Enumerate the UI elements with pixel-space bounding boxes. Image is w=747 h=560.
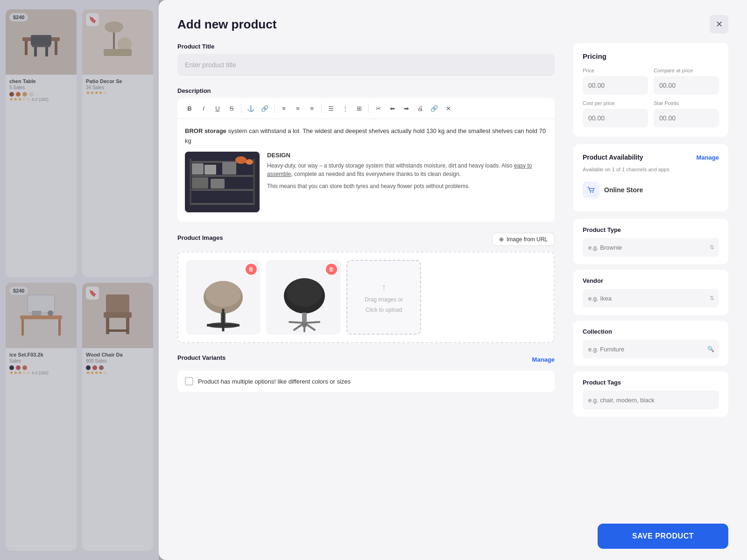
pricing-title: Pricing	[583, 52, 719, 60]
svg-rect-26	[190, 189, 255, 191]
availability-header: Product Availability Manage	[583, 154, 719, 161]
toolbar-align-center[interactable]: ≡	[291, 102, 304, 115]
close-button[interactable]: ✕	[710, 15, 728, 34]
toolbar-strikethrough[interactable]: S	[225, 102, 238, 115]
svg-rect-47	[302, 313, 307, 323]
product-title-section: Product Title	[177, 43, 555, 76]
product-tags-title: Product Tags	[583, 379, 719, 386]
svg-point-56	[592, 192, 593, 193]
image-slot-1: 🗑	[186, 260, 261, 335]
toolbar-cut[interactable]: ✂	[372, 102, 385, 115]
compare-price-label: Compare at price	[654, 68, 719, 73]
modal-header: Add new product ✕	[159, 0, 747, 43]
toolbar-divider-3	[321, 104, 322, 113]
design-text-section: DESIGN Heavy-duty, our way – a sturdy st…	[267, 152, 547, 212]
variants-checkbox[interactable]	[185, 377, 193, 385]
modal-body: Product Title Description B I U S ⚓ 🔗	[159, 43, 747, 516]
images-grid: 🗑	[177, 252, 555, 343]
svg-line-51	[289, 322, 304, 323]
design-link[interactable]: easy to assemble	[267, 162, 532, 177]
design-title: DESIGN	[267, 152, 547, 159]
collection-input[interactable]	[583, 340, 719, 358]
variants-header: Product Variants Manage	[177, 354, 555, 365]
svg-rect-27	[190, 203, 255, 205]
modal-footer: SAVE PRODUCT	[159, 516, 747, 560]
image-slot-2: 🗑	[266, 260, 341, 335]
modal-title: Add new product	[177, 17, 276, 32]
description-label: Description	[177, 87, 555, 94]
price-field-wrapper: Price	[583, 68, 648, 95]
cost-price-input[interactable]	[583, 109, 648, 127]
price-input[interactable]	[583, 76, 648, 95]
availability-card: Product Availability Manage Available on…	[573, 144, 728, 211]
variants-checkbox-label: Product has multiple options! like diffe…	[198, 378, 351, 385]
description-section: Description B I U S ⚓ 🔗 ≡ ≡ ≡	[177, 87, 555, 222]
variants-manage-link[interactable]: Manage	[532, 356, 555, 363]
delete-image-2-button[interactable]: 🗑	[325, 263, 338, 276]
svg-point-34	[246, 159, 253, 165]
toolbar-align-right[interactable]: ≡	[305, 102, 318, 115]
toolbar-divider-4	[368, 104, 369, 113]
toolbar-italic[interactable]: I	[197, 102, 210, 115]
availability-manage-link[interactable]: Manage	[697, 154, 719, 161]
editor-bold-text: BROR storage	[185, 127, 226, 134]
product-tags-input[interactable]	[583, 391, 719, 409]
toolbar-bold[interactable]: B	[183, 102, 196, 115]
channel-icon	[583, 182, 599, 198]
plus-icon: ⊕	[499, 236, 504, 243]
svg-rect-30	[192, 163, 204, 175]
editor-image-section: DESIGN Heavy-duty, our way – a sturdy st…	[185, 152, 547, 212]
price-label: Price	[583, 68, 648, 73]
toolbar-indent[interactable]: ➡	[400, 102, 413, 115]
compare-price-wrapper: Compare at price	[654, 68, 719, 95]
vendor-title: Vendor	[583, 277, 719, 284]
channel-name: Online Store	[604, 186, 643, 194]
editor-content[interactable]: BROR storage system can withstand a lot.…	[177, 119, 555, 222]
upload-text-2: Click to upload	[366, 307, 402, 313]
editor-toolbar: B I U S ⚓ 🔗 ≡ ≡ ≡ ☰ ⋮ ⊞	[177, 98, 555, 119]
toolbar-link[interactable]: 🔗	[258, 102, 271, 115]
left-column: Product Title Description B I U S ⚓ 🔗	[177, 43, 570, 507]
svg-rect-32	[222, 162, 236, 175]
toolbar-list-ol[interactable]: ⋮	[338, 102, 352, 115]
toolbar-print[interactable]: 🖨	[414, 102, 427, 115]
images-header: Product Images ⊕ Image from URL	[177, 233, 555, 246]
svg-rect-31	[204, 165, 216, 175]
save-product-button[interactable]: SAVE PRODUCT	[598, 524, 728, 549]
toolbar-outdent[interactable]: ⬅	[386, 102, 399, 115]
right-column: Pricing Price Compare at price Cost per …	[570, 43, 728, 507]
delete-image-1-button[interactable]: 🗑	[245, 263, 258, 276]
toolbar-anchor[interactable]: ⚓	[244, 102, 257, 115]
product-images-label: Product Images	[177, 234, 223, 241]
toolbar-divider-2	[274, 104, 275, 113]
availability-title: Product Availability	[583, 154, 643, 161]
toolbar-table[interactable]: ⊞	[352, 102, 366, 115]
editor-wrapper: B I U S ⚓ 🔗 ≡ ≡ ≡ ☰ ⋮ ⊞	[177, 98, 555, 222]
toolbar-align-left[interactable]: ≡	[277, 102, 290, 115]
product-variants-section: Product Variants Manage Product has mult…	[177, 354, 555, 392]
vendor-input[interactable]	[583, 289, 719, 308]
toolbar-clear[interactable]: ✕	[442, 102, 455, 115]
collection-title: Collection	[583, 328, 719, 335]
toolbar-link2[interactable]: 🔗	[428, 102, 441, 115]
upload-image-slot[interactable]: ↑ Drag images or Click to upload	[346, 260, 421, 335]
collection-search-wrapper	[583, 340, 719, 358]
svg-rect-36	[211, 179, 225, 189]
image-from-url-button[interactable]: ⊕ Image from URL	[492, 233, 555, 246]
star-points-label: Star Points	[654, 100, 719, 106]
star-points-input[interactable]	[654, 109, 719, 127]
product-title-input[interactable]	[177, 54, 555, 76]
upload-text-1: Drag images or	[365, 296, 403, 303]
toolbar-underline[interactable]: U	[211, 102, 224, 115]
svg-rect-29	[253, 159, 255, 205]
toolbar-list-ul[interactable]: ☰	[324, 102, 338, 115]
design-text-2: This means that you can store both tyres…	[267, 182, 547, 190]
cost-price-wrapper: Cost per price	[583, 100, 648, 127]
svg-rect-28	[190, 159, 191, 205]
variant-checkbox-row: Product has multiple options! like diffe…	[177, 371, 555, 392]
compare-price-input[interactable]	[654, 76, 719, 95]
product-type-input[interactable]	[583, 238, 719, 257]
design-text-1: Heavy-duty, our way – a sturdy storage s…	[267, 161, 547, 178]
collection-card: Collection	[573, 321, 728, 366]
star-points-wrapper: Star Points	[654, 100, 719, 127]
